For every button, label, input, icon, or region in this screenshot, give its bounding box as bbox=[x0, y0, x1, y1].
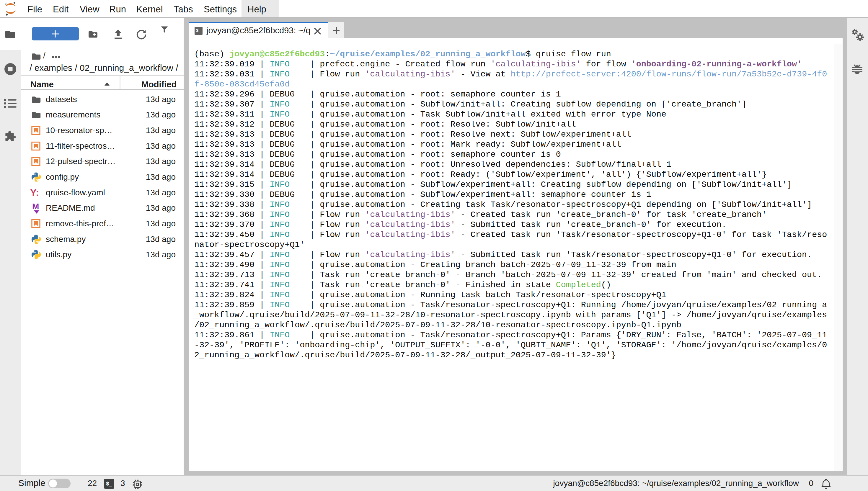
svg-text:M: M bbox=[32, 202, 39, 211]
svg-text:_: _ bbox=[198, 29, 201, 34]
svg-text:_: _ bbox=[108, 482, 112, 488]
